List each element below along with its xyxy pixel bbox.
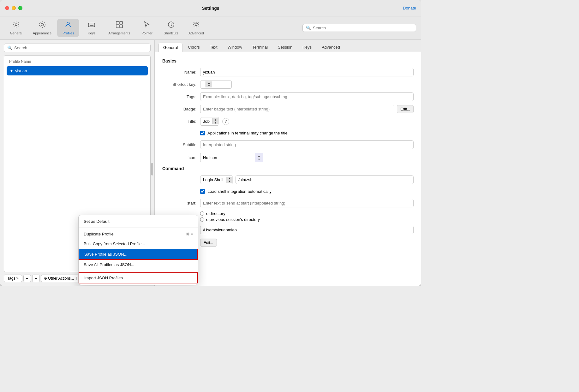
toolbar-item-arrangements[interactable]: Arrangements (104, 19, 134, 37)
svg-rect-8 (120, 25, 122, 28)
context-menu-separator-2 (79, 271, 198, 271)
load-shell-checkbox-row: Load shell integration automatically (200, 188, 414, 195)
basics-section-title: Basics (162, 58, 414, 63)
tab-keys[interactable]: Keys (298, 42, 316, 52)
remove-profile-button[interactable]: − (32, 275, 40, 282)
subtitle-input[interactable] (200, 140, 414, 149)
svg-point-10 (195, 24, 197, 26)
apps-change-title-control: Applications in terminal may change the … (200, 129, 414, 137)
appearance-icon (39, 21, 46, 30)
pointer-icon (143, 21, 151, 30)
subtitle-label: Subtitle (162, 142, 200, 147)
search-input[interactable] (313, 26, 413, 30)
tags-input[interactable] (200, 92, 414, 101)
toolbar-label-arrangements: Arrangements (108, 31, 130, 35)
profile-name-header: Profile Name (7, 58, 148, 66)
sidebar-search-container[interactable]: 🔍 (4, 44, 151, 52)
subtitle-control (200, 140, 414, 149)
apps-change-title-checkbox[interactable] (200, 131, 205, 135)
login-shell-select[interactable]: Login Shell (200, 176, 226, 184)
donate-link[interactable]: Donate (403, 6, 416, 10)
icon-select[interactable]: No Icon (200, 154, 255, 162)
shortcut-key-select[interactable] (200, 80, 206, 88)
name-control (200, 68, 414, 76)
sidebar: 🔍 Profile Name ★ yixuan Set as Default D… (0, 40, 155, 286)
advanced-config-control: Edit... (200, 239, 414, 247)
name-label: Name: (162, 70, 200, 74)
title-label: Title: (162, 119, 200, 124)
svg-rect-6 (120, 21, 122, 24)
toolbar-item-appearance[interactable]: Appearance (28, 19, 56, 37)
context-menu-separator-1 (79, 228, 198, 228)
general-icon (12, 21, 20, 30)
toolbar-item-keys[interactable]: Keys (81, 19, 103, 37)
toolbar: General Appearance Profiles (0, 16, 421, 40)
svg-point-2 (39, 22, 45, 27)
icon-control: No Icon ▲ ▼ (200, 153, 414, 162)
badge-control: Edit... (200, 105, 414, 113)
svg-rect-7 (116, 25, 119, 28)
load-shell-integration-row: Load shell integration automatically (162, 188, 414, 195)
context-menu-save-json[interactable]: Save Profile as JSON... (79, 249, 198, 260)
svg-rect-5 (116, 21, 119, 24)
window-title: Settings (202, 6, 219, 11)
context-menu-save-all-json-label: Save All Profiles as JSON... (84, 262, 134, 267)
tab-general[interactable]: General (158, 43, 182, 52)
profile-item-yixuan[interactable]: ★ yixuan (7, 66, 148, 75)
title-control: Job ▲ ▼ ? (200, 117, 414, 126)
badge-input[interactable] (200, 105, 394, 113)
minimize-button[interactable] (12, 6, 16, 10)
dir-path-input[interactable] (200, 226, 414, 234)
load-shell-integration-checkbox[interactable] (200, 189, 205, 194)
context-menu-set-default[interactable]: Set as Default (79, 217, 198, 226)
title-select-arrows: ▲ ▼ (212, 118, 219, 124)
svg-point-1 (41, 23, 44, 26)
title-select[interactable]: Job (200, 117, 212, 125)
add-profile-button[interactable]: + (23, 275, 31, 282)
login-shell-path-input[interactable] (236, 175, 414, 184)
icon-select-arrows: ▲ ▼ (255, 153, 263, 162)
toolbar-item-profiles[interactable]: Profiles (57, 19, 79, 37)
context-menu-import-json-label: Import JSON Profiles... (84, 276, 126, 280)
context-menu-bulk-copy[interactable]: Bulk Copy from Selected Profile... (79, 239, 198, 249)
apps-change-title-checkbox-row: Applications in terminal may change the … (200, 129, 414, 137)
traffic-lights (5, 6, 22, 10)
tab-session[interactable]: Session (273, 42, 297, 52)
tags-button[interactable]: Tags > (4, 275, 22, 282)
badge-edit-button[interactable]: Edit... (397, 105, 414, 113)
close-button[interactable] (5, 6, 9, 10)
context-menu-duplicate-shortcut: ⌘ = (186, 232, 193, 236)
context-menu-duplicate-label: Duplicate Profile (84, 232, 114, 236)
badge-input-row: Edit... (200, 105, 414, 113)
other-actions-label: ⊙ Other Actions... (41, 276, 76, 281)
context-menu-import-json[interactable]: Import JSON Profiles... (79, 272, 198, 283)
tab-text[interactable]: Text (205, 42, 222, 52)
tab-colors[interactable]: Colors (183, 42, 205, 52)
dir-radio-1[interactable] (200, 211, 204, 216)
dir-radio-2[interactable] (200, 217, 204, 222)
shortcut-key-control: ▲ ▼ (200, 80, 414, 89)
directory-control-1: e directory e previous session's directo… (200, 211, 414, 222)
toolbar-item-shortcuts[interactable]: Shortcuts (159, 19, 182, 37)
toolbar-search[interactable]: 🔍 (302, 24, 416, 32)
login-shell-select-wrapper: Login Shell ▲ ▼ (200, 175, 233, 184)
other-actions-button[interactable]: ⊙ Other Actions... ▾ (41, 275, 82, 282)
tab-terminal[interactable]: Terminal (248, 42, 272, 52)
load-shell-integration-label: Load shell integration automatically (207, 189, 272, 194)
context-menu-duplicate[interactable]: Duplicate Profile ⌘ = (79, 229, 198, 239)
toolbar-item-advanced[interactable]: Advanced (184, 19, 208, 37)
toolbar-item-pointer[interactable]: Pointer (136, 19, 158, 37)
maximize-button[interactable] (18, 6, 22, 10)
sidebar-search-input[interactable] (14, 45, 147, 50)
toolbar-item-general[interactable]: General (5, 19, 27, 37)
title-select-row: Job ▲ ▼ ? (200, 117, 414, 126)
tab-window[interactable]: Window (223, 42, 247, 52)
advanced-config-edit-button[interactable]: Edit... (200, 239, 217, 247)
send-text-input[interactable] (200, 199, 414, 207)
context-menu-save-all-json[interactable]: Save All Profiles as JSON... (79, 260, 198, 270)
tab-advanced[interactable]: Advanced (317, 42, 345, 52)
apps-change-title-row: Applications in terminal may change the … (162, 129, 414, 137)
title-help-button[interactable]: ? (222, 118, 229, 125)
name-input[interactable] (200, 68, 414, 76)
profile-item-label: yixuan (15, 68, 27, 73)
